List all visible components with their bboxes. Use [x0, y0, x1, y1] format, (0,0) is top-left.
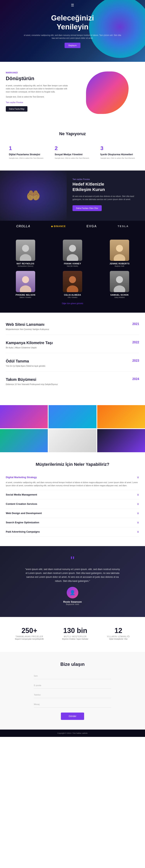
team-role-1: Muhasebeci (Demo) [4, 265, 47, 267]
hero-subtitle: et amet, consetetur sadipscing elitr, se… [23, 34, 122, 39]
team-photo-6 [110, 271, 129, 292]
accordion-item-3: Content Creation Services ∨ [6, 499, 139, 508]
team-name-4: PHOEBE NELSON [4, 294, 47, 296]
accordion-header-6[interactable]: Paid Advertising Campaigns ∨ [6, 530, 139, 533]
engage-tag: Tam sayfan Preview [72, 178, 139, 180]
engage-section: 🤲 Tam sayfan Preview Hedef KitlenizleEtk… [0, 170, 145, 221]
menu-icon[interactable]: ☰ [71, 3, 74, 7]
testimonial-role: Başkanlık Vekil [24, 603, 121, 606]
logo-evga: EVGA [87, 224, 97, 228]
timeline-year-2: 2022 [132, 341, 139, 344]
logo-crolla: CROLLA [16, 224, 30, 228]
accordion-header-4[interactable]: Web Design and Development ∨ [6, 512, 139, 515]
services-title: Ne Yapıyoruz [6, 131, 139, 136]
accordion-chevron-6: ∨ [137, 530, 139, 533]
team-name-2: FRANK KINNEY [51, 262, 94, 265]
accordion-item-1: Digital Marketing Strategy ∨ et amet, co… [6, 473, 139, 490]
timeline-title-1: Web Sitesi Lansmanı [6, 322, 139, 327]
footer: Copyright © 2024 • Tüm hakları saklıdır [0, 730, 145, 737]
transform-shape [86, 71, 128, 114]
transform-section: Markanızı Dönüştürün et amet, consetetur… [0, 62, 145, 124]
accordion-label-6: Paid Advertising Campaigns [6, 530, 40, 533]
service-number-1: 1 [9, 145, 45, 151]
transform-left: Markanızı Dönüştürün et amet, consetetur… [6, 71, 69, 112]
accordion-item-5: Search Engine Optimization ∨ [6, 518, 139, 527]
stat-number-1: 250+ [15, 627, 44, 635]
gallery-item-3 [97, 405, 145, 428]
email-field[interactable] [34, 682, 111, 689]
team-role-6: Satış Müdürü [98, 297, 141, 298]
testimonial-section: " "erem ipsum elitr, sed diam nostrud no… [0, 546, 145, 617]
team-photo-1 [16, 240, 35, 261]
gallery-item-2 [49, 405, 96, 428]
engage-text: At vero eos et accusam et justo duo dolo… [72, 195, 139, 201]
timeline-item-4: 2024 Takım Büyümesi Ekibimize 10 Yeni Ye… [6, 377, 139, 390]
svg-point-3 [67, 254, 78, 261]
svg-point-5 [114, 254, 125, 261]
services-section: Ne Yapıyoruz 1 Dijital Pazarlama Stratej… [0, 124, 145, 170]
transform-link[interactable]: Tam sayfan Preview [6, 101, 23, 103]
stat-item-3: 12 YILLARIN UZMANLIĞI Dijital Stratejile… [107, 627, 130, 642]
stats-section: 250+ TAMAMLANAN PROJELER Başarılı Kampan… [0, 617, 145, 652]
team-grid: NAT REYNOLDS Muhasebeci (Demo) FRANK KIN… [4, 240, 141, 298]
submit-button[interactable]: Gönder [61, 713, 84, 720]
name-field[interactable] [34, 673, 111, 679]
team-role-4: Bakım Yönetici [4, 297, 47, 298]
stat-number-2: 130 bin [62, 627, 88, 635]
service-desc-1: Sample text, Click to select the Text El… [9, 157, 45, 160]
hand-visual: 🤲 [26, 189, 40, 203]
team-member-5: CELIA ALMEDA Ofis Yönetici [51, 271, 94, 298]
timeline-year-4: 2024 [132, 377, 139, 381]
timeline-text-1: Müşterilerimizin Yeni Çevrimiçi Varlığın… [6, 328, 139, 331]
accordion-chevron-1: ∨ [137, 475, 139, 479]
transform-title: Dönüştürün [6, 75, 69, 82]
service-item-2: 2 Sosyal Medya Yönetimi Sample text, Cli… [52, 142, 93, 163]
phone-field[interactable] [34, 692, 111, 698]
accordion-chevron-3: ∨ [137, 502, 139, 506]
accordion-chevron-4: ∨ [137, 512, 139, 515]
engage-button[interactable]: Daha Fazlası Olan Olur [72, 205, 102, 211]
transform-text1: et amet, consetetur sadipscing elitr, se… [6, 84, 69, 93]
timeline-year-1: 2021 [132, 322, 139, 326]
team-name-1: NAT REYNOLDS [4, 262, 47, 265]
message-field[interactable] [34, 701, 111, 708]
gallery-item-6 [97, 429, 145, 452]
contact-form: Gönder [34, 673, 111, 720]
testimonial-content: " "erem ipsum elitr, sed diam nostrud no… [24, 558, 121, 606]
gallery-item-5 [49, 429, 96, 452]
accordion-header-3[interactable]: Content Creation Services ∨ [6, 502, 139, 506]
gallery-section [0, 405, 145, 452]
hero-title: GeleceğiniziYenileyin [23, 14, 122, 31]
team-member-1: NAT REYNOLDS Muhasebeci (Demo) [4, 240, 47, 267]
accordion-header-1[interactable]: Digital Marketing Strategy ∨ [6, 475, 139, 479]
service-desc-3: Sample text, Click to select the Text El… [100, 157, 136, 160]
team-name-6: SAMUEL SCHOK [98, 294, 141, 296]
svg-point-9 [67, 285, 78, 292]
quote-mark: " [24, 558, 121, 563]
transform-text2: Sample text, Click to select the Text El… [6, 95, 69, 98]
timeline-title-4: Takım Büyümesi [6, 377, 139, 382]
team-member-2: FRANK KINNEY Mat (bir Mutlu) [51, 240, 94, 267]
service-number-3: 3 [100, 145, 136, 151]
engage-image: 🤲 [0, 170, 67, 221]
engage-title: Hedef KitlenizleEtkileşim Kurun [72, 182, 139, 192]
svg-point-6 [22, 276, 29, 283]
transform-tag: Markanızı [6, 71, 69, 74]
team-name-3: JENNIE ROBERTS [98, 262, 141, 265]
stat-item-2: 130 bin MUTLU MÜŞTERİLER Büyüme Ortaklar… [62, 627, 88, 642]
accordion-header-5[interactable]: Search Engine Optimization ∨ [6, 521, 139, 524]
hero-cta-button[interactable]: Başlayın [64, 43, 81, 48]
timeline-item-1: 2021 Web Sitesi Lansmanı Müşterilerimizi… [6, 322, 139, 335]
svg-point-1 [20, 254, 31, 261]
accordion-header-2[interactable]: Social Media Management ∨ [6, 493, 139, 496]
accordion-body-1: et amet, consetetur sadipscing elitr, se… [6, 479, 139, 487]
accordion-label-2: Social Media Management [6, 493, 37, 496]
team-more-link[interactable]: Diğer tüm görevi görüntü [62, 302, 83, 305]
transform-right [76, 71, 139, 114]
stat-label-2: MUTLU MÜŞTERİLER [62, 636, 88, 638]
transform-button[interactable]: Daha Fazla Bilgi [6, 106, 27, 112]
accordion-section: Müşterilerimiz İçin Neler Yapabiliriz? D… [0, 452, 145, 546]
testimonial-text: "erem ipsum elitr, sed diam nostrud nonu… [24, 567, 121, 583]
team-member-3: JENNIE ROBERTS Başkan İndir [98, 240, 141, 267]
team-photo-2 [63, 240, 82, 261]
